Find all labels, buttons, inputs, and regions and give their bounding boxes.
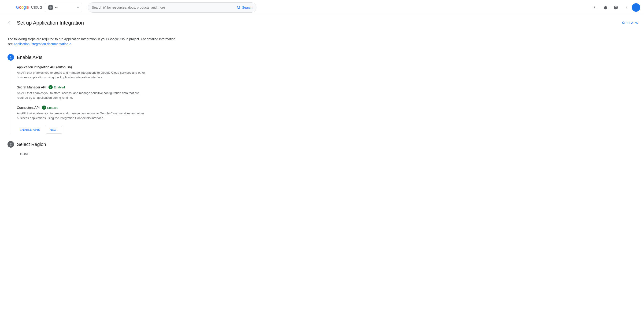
step2-section: 2 Select Region DONE (8, 141, 180, 156)
page-title: Set up Application Integration (17, 20, 622, 26)
enabled-label-2: Enabled (54, 86, 65, 89)
terminal-button[interactable] (590, 3, 600, 12)
next-button[interactable]: NEXT (46, 126, 62, 134)
step1-number: 1 (8, 54, 14, 61)
api-list: Application Integration API (autopush) A… (11, 65, 180, 134)
search-input[interactable] (92, 5, 235, 9)
project-selector-text: •• (55, 5, 58, 9)
back-arrow-icon (8, 20, 12, 25)
google-cloud-logo[interactable]: Google Cloud (16, 5, 42, 10)
chevron-down-icon (77, 7, 79, 8)
enabled-label-3: Enabled (47, 106, 58, 109)
enabled-check-icon-2: ✓ (48, 85, 53, 89)
api-desc-2: An API that enables you to store, access… (17, 91, 148, 100)
more-vert-icon (624, 5, 628, 10)
api-item-3: Connectors API ✓ Enabled An API that ena… (17, 105, 180, 120)
more-options-button[interactable] (622, 3, 631, 12)
enabled-badge-2: ✓ Enabled (48, 85, 65, 89)
intro-text-after: . (71, 42, 72, 46)
step1-title: Enable APIs (17, 55, 42, 60)
step1-actions: ENABLE APIS NEXT (17, 126, 180, 134)
svg-point-5 (626, 8, 627, 9)
logo-cloud: Cloud (30, 5, 42, 10)
enable-apis-button[interactable]: ENABLE APIS (17, 126, 43, 133)
main-content: The following steps are required to run … (0, 31, 187, 161)
search-label: Search (242, 5, 252, 9)
api-name-2: Secret Manager API (17, 85, 46, 89)
api-name-row-3: Connectors API ✓ Enabled (17, 105, 180, 110)
api-name-row-2: Secret Manager API ✓ Enabled (17, 85, 180, 89)
api-name-3: Connectors API (17, 106, 40, 109)
api-item-2: Secret Manager API ✓ Enabled An API that… (17, 85, 180, 100)
help-button[interactable] (611, 3, 620, 12)
help-icon (614, 5, 618, 10)
svg-point-4 (626, 7, 627, 8)
search-button[interactable]: Search (236, 5, 252, 9)
terminal-icon (593, 5, 598, 10)
logo-google: Google (16, 5, 29, 10)
back-button[interactable] (6, 19, 14, 27)
api-item-1: Application Integration API (autopush) A… (17, 65, 180, 79)
api-desc-1: An API that enables you to create and ma… (17, 70, 148, 79)
intro-text: The following steps are required to run … (8, 37, 180, 46)
svg-point-3 (626, 5, 627, 6)
top-nav: Google Cloud •• Search (0, 0, 644, 15)
external-link-icon: ↗ (69, 42, 71, 46)
docs-link-text: Application Integration documentation (14, 42, 68, 46)
project-avatar (48, 5, 54, 10)
svg-point-0 (237, 6, 240, 9)
done-label: DONE (8, 152, 180, 156)
enabled-badge-3: ✓ Enabled (42, 105, 58, 110)
learn-icon (622, 21, 626, 25)
search-icon (236, 5, 241, 9)
learn-label: LEARN (627, 21, 638, 25)
learn-button[interactable]: LEARN (622, 21, 638, 25)
api-name-row-1: Application Integration API (autopush) (17, 65, 180, 69)
step1-section: 1 Enable APIs Application Integration AP… (8, 54, 180, 134)
api-desc-3: An API that enables you to create and ma… (17, 111, 148, 120)
step2-title: Select Region (17, 142, 46, 147)
search-bar: Search (88, 2, 256, 13)
enabled-check-icon-3: ✓ (42, 105, 46, 110)
step1-header: 1 Enable APIs (8, 54, 180, 61)
page-header: Set up Application Integration LEARN (0, 15, 644, 31)
docs-link[interactable]: Application Integration documentation↗ (14, 42, 71, 46)
api-name-1: Application Integration API (autopush) (17, 65, 72, 69)
notifications-button[interactable] (601, 3, 610, 12)
nav-left: Google Cloud •• (4, 3, 82, 12)
step2-header: 2 Select Region (8, 141, 180, 148)
step2-number: 2 (8, 141, 14, 148)
project-selector[interactable]: •• (45, 3, 82, 12)
svg-line-1 (239, 8, 240, 9)
hamburger-menu-button[interactable] (4, 3, 13, 12)
notifications-icon (603, 5, 608, 10)
user-avatar[interactable] (632, 3, 640, 12)
nav-right (590, 3, 640, 12)
